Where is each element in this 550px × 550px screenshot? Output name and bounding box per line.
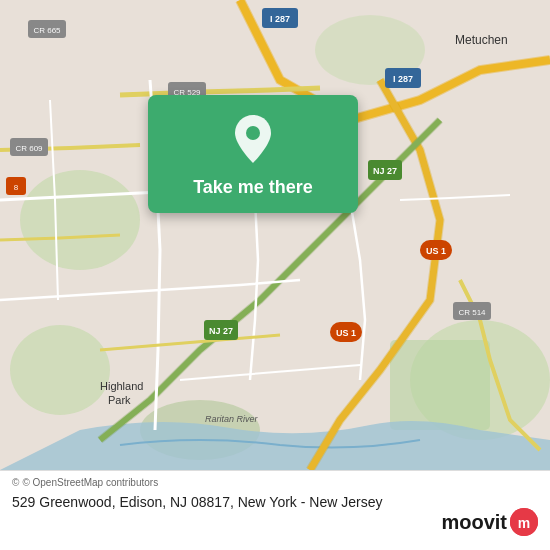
svg-text:CR 514: CR 514 (458, 308, 486, 317)
location-icon-wrap (231, 113, 275, 169)
svg-text:Metuchen: Metuchen (455, 33, 508, 47)
copyright-symbol: © (12, 477, 19, 488)
openstreetmap-credit: © OpenStreetMap contributors (22, 477, 158, 488)
overlay-card[interactable]: Take me there (148, 95, 358, 213)
svg-text:CR 609: CR 609 (15, 144, 43, 153)
svg-text:Highland: Highland (100, 380, 143, 392)
svg-point-3 (10, 325, 110, 415)
take-me-there-button[interactable]: Take me there (193, 177, 313, 199)
moovit-logo: moovit m (441, 508, 538, 536)
moovit-name: moovit (441, 511, 507, 534)
svg-text:CR 665: CR 665 (33, 26, 61, 35)
svg-point-33 (246, 126, 260, 140)
svg-text:m: m (518, 515, 530, 531)
bottom-bar: © © OpenStreetMap contributors 529 Green… (0, 470, 550, 550)
moovit-icon: m (510, 508, 538, 536)
map-svg: I 287 I 287 NJ 27 NJ 27 US 1 US 1 CR 529… (0, 0, 550, 470)
svg-text:US 1: US 1 (426, 246, 446, 256)
map-container: I 287 I 287 NJ 27 NJ 27 US 1 US 1 CR 529… (0, 0, 550, 470)
svg-text:NJ 27: NJ 27 (209, 326, 233, 336)
address-text: 529 Greenwood, Edison, NJ 08817, New Yor… (12, 494, 382, 510)
svg-text:NJ 27: NJ 27 (373, 166, 397, 176)
svg-text:US 1: US 1 (336, 328, 356, 338)
svg-rect-6 (390, 340, 490, 430)
svg-text:Park: Park (108, 394, 131, 406)
svg-point-1 (20, 170, 140, 270)
svg-text:8: 8 (14, 183, 19, 192)
svg-text:I 287: I 287 (270, 14, 290, 24)
svg-text:Raritan River: Raritan River (205, 414, 259, 424)
copyright-row: © © OpenStreetMap contributors (12, 477, 538, 488)
svg-text:I 287: I 287 (393, 74, 413, 84)
